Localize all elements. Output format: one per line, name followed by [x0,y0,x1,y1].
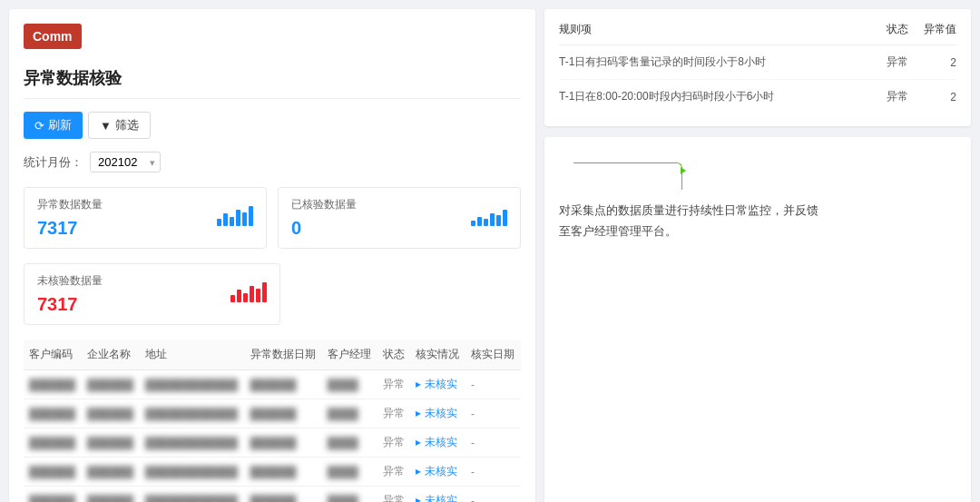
col-vdate: 核实日期 [466,340,521,370]
table-row[interactable]: ██████ ██████ ████████████ ██████ ████ 异… [24,487,521,503]
cell-status: 异常 [377,487,411,503]
filter-icon: ▼ [100,119,112,133]
cell-vdate: - [466,399,521,428]
cell-name: ██████ [82,458,140,487]
cell-vdate: - [466,458,521,487]
cell-vdate: - [466,370,521,399]
month-select[interactable]: 202102 202101 202012 [90,152,161,172]
cell-verify: ▸ 未核实 [410,370,466,399]
col-code: 客户编码 [24,340,82,370]
toolbar: ⟳ 刷新 ▼ 筛选 [24,112,521,139]
annotation-area: 对采集点的数据质量进行持续性日常监控，并反馈至客户经理管理平台。 [544,137,971,502]
page-title: 异常数据核验 [24,67,521,99]
cell-date: ██████ [245,399,322,428]
rule-status: 异常 [877,45,908,80]
cell-address: ████████████ [140,428,245,458]
cell-verify: ▸ 未核实 [410,458,466,487]
cell-name: ██████ [82,370,140,399]
rules-row: T-1日有扫码零售量记录的时间段小于8小时 异常 2 [559,45,956,80]
table-row[interactable]: ██████ ██████ ████████████ ██████ ████ 异… [24,428,521,458]
rules-table: 规则项 状态 异常值 T-1日有扫码零售量记录的时间段小于8小时 异常 2 T-… [559,22,956,113]
filter-row: 统计月份： 202102 202101 202012 [24,152,521,172]
cell-code: ██████ [24,428,82,458]
stat-cards: 异常数据数量 7317 已核验数据量 [24,187,521,249]
cell-manager: ████ [322,428,377,458]
table-row[interactable]: ██████ ██████ ████████████ ██████ ████ 异… [24,370,521,399]
right-panel: 规则项 状态 异常值 T-1日有扫码零售量记录的时间段小于8小时 异常 2 T-… [544,9,971,502]
rule-status: 异常 [877,80,908,114]
table-row[interactable]: ██████ ██████ ████████████ ██████ ████ 异… [24,399,521,428]
cell-date: ██████ [245,487,322,503]
cell-code: ██████ [24,399,82,428]
cell-name: ██████ [82,399,140,428]
cell-name: ██████ [82,428,140,458]
rules-row: T-1日在8:00-20:00时段内扫码时段小于6小时 异常 2 [559,80,956,114]
rules-col-abnormal: 异常值 [908,22,956,45]
cell-status: 异常 [377,399,411,428]
cell-status: 异常 [377,370,411,399]
col-verify: 核实情况 [410,340,466,370]
rules-panel: 规则项 状态 异常值 T-1日有扫码零售量记录的时间段小于8小时 异常 2 T-… [544,9,971,126]
refresh-button[interactable]: ⟳ 刷新 [24,112,83,139]
col-status: 状态 [377,340,411,370]
rule-value: 2 [908,80,956,114]
cell-code: ██████ [24,487,82,503]
cell-name: ██████ [82,487,140,503]
cell-verify: ▸ 未核实 [410,428,466,458]
rules-col-status: 状态 [877,22,908,45]
chart-icon-abnormal [217,201,253,226]
cell-manager: ████ [322,458,377,487]
month-select-wrapper: 202102 202101 202012 [90,152,161,172]
chart-icon-unverified [230,277,267,302]
cell-date: ██████ [245,370,322,399]
cell-verify: ▸ 未核实 [410,399,466,428]
app-logo: Comm [24,24,82,49]
annotation-text: 对采集点的数据质量进行持续性日常监控，并反馈至客户经理管理平台。 [559,200,956,242]
col-manager: 客户经理 [322,340,377,370]
rule-text: T-1日有扫码零售量记录的时间段小于8小时 [559,45,877,80]
cell-address: ████████████ [140,458,245,487]
refresh-icon: ⟳ [34,119,44,133]
cell-address: ████████████ [140,399,245,428]
rules-col-rule: 规则项 [559,22,877,45]
stat-cards-row2: 未核验数据量 7317 [24,263,521,325]
cell-code: ██████ [24,458,82,487]
col-date: 异常数据日期 [245,340,322,370]
cell-manager: ████ [322,370,377,399]
stat-card-verified: 已核验数据量 0 [278,187,521,249]
filter-label: 统计月份： [24,154,83,171]
table-row[interactable]: ██████ ██████ ████████████ ██████ ████ 异… [24,458,521,487]
rule-value: 2 [908,45,956,80]
cell-address: ████████████ [140,487,245,503]
stat-card-unverified: 未核验数据量 7317 [24,263,280,325]
rule-text: T-1日在8:00-20:00时段内扫码时段小于6小时 [559,80,877,114]
cell-verify: ▸ 未核实 [410,487,466,503]
stat-card-abnormal: 异常数据数量 7317 [24,187,267,249]
arrow-tip [681,167,686,174]
cell-date: ██████ [245,428,322,458]
cell-address: ████████████ [140,370,245,399]
col-address: 地址 [140,340,245,370]
left-panel: Comm 异常数据核验 ⟳ 刷新 ▼ 筛选 统计月份： 202102 20210… [9,9,535,502]
cell-manager: ████ [322,487,377,503]
cell-status: 异常 [377,458,411,487]
cell-date: ██████ [245,458,322,487]
data-table: 客户编码 企业名称 地址 异常数据日期 客户经理 状态 核实情况 核实日期 ██… [24,340,521,502]
cell-vdate: - [466,487,521,503]
arrow-line [573,162,682,190]
cell-status: 异常 [377,428,411,458]
cell-vdate: - [466,428,521,458]
col-name: 企业名称 [82,340,140,370]
cell-manager: ████ [322,399,377,428]
chart-icon-verified [471,201,507,226]
cell-code: ██████ [24,370,82,399]
filter-button[interactable]: ▼ 筛选 [88,112,151,139]
